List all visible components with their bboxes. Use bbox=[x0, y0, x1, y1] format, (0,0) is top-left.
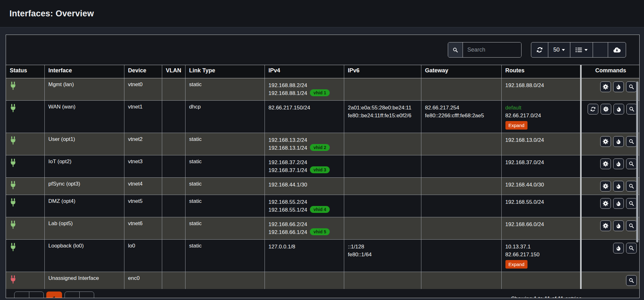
settings-icon bbox=[603, 161, 608, 167]
search-icon bbox=[453, 47, 458, 53]
expand-routes-button[interactable]: Expand bbox=[505, 260, 528, 269]
settings-icon bbox=[603, 139, 608, 144]
chevron-down-icon bbox=[562, 49, 565, 51]
device-cell: vtnet5 bbox=[124, 195, 162, 217]
status-cell bbox=[6, 100, 44, 133]
showing-entries-text: Showing 1 to 11 of 11 entries bbox=[511, 296, 582, 298]
firewall-icon bbox=[616, 201, 621, 206]
firewall-icon bbox=[616, 183, 621, 189]
search-button[interactable] bbox=[626, 220, 637, 231]
gateway-cell bbox=[421, 272, 501, 289]
column-header-routes[interactable]: Routes bbox=[501, 65, 581, 78]
pagination-last-button[interactable]: » bbox=[79, 292, 94, 298]
search-button[interactable] bbox=[626, 158, 637, 169]
column-header-interface[interactable]: Interface bbox=[44, 65, 124, 78]
gateway-cell: 82.66.217.254fe80::2266:cfff:fe68:2ae5 bbox=[421, 100, 501, 133]
status-cell bbox=[6, 195, 44, 217]
settings-button[interactable] bbox=[600, 158, 611, 169]
ipv6-cell bbox=[344, 155, 421, 177]
link-type-cell: static bbox=[185, 133, 265, 155]
status-cell bbox=[6, 78, 44, 100]
routes-cell: 10.13.37.182.66.217.150Expand bbox=[501, 239, 581, 272]
ipv4-cell: 192.168.55.2/24192.168.55.1/24vhid 4 bbox=[265, 195, 344, 217]
firewall-button[interactable] bbox=[613, 220, 624, 231]
commands-cell bbox=[581, 133, 640, 155]
firewall-button[interactable] bbox=[613, 181, 624, 192]
table-row: pfSync (opt3) vtnet4 static 192.168.44.1… bbox=[6, 177, 640, 195]
toolbar-button-group: 50 bbox=[531, 42, 626, 58]
settings-button[interactable] bbox=[600, 136, 611, 147]
status-cell bbox=[6, 155, 44, 177]
settings-button[interactable] bbox=[601, 104, 611, 114]
ipv4-cell: 192.168.66.2/24192.168.66.1/24vhid 5 bbox=[265, 217, 344, 239]
vhid-badge: vhid 5 bbox=[310, 228, 329, 235]
refresh-button[interactable] bbox=[531, 42, 548, 57]
search-button[interactable] bbox=[626, 136, 637, 147]
settings-button[interactable] bbox=[600, 198, 611, 209]
interface-cell: WAN (wan) bbox=[44, 100, 124, 133]
search-icon bbox=[629, 139, 634, 144]
table-toolbar: 50 bbox=[6, 35, 639, 65]
table-scrollbar-thumb[interactable] bbox=[636, 81, 638, 242]
ipv6-cell bbox=[344, 78, 421, 100]
search-button[interactable] bbox=[626, 81, 637, 92]
export-button[interactable] bbox=[608, 42, 626, 57]
settings-button[interactable] bbox=[600, 181, 611, 192]
vhid-badge: vhid 1 bbox=[310, 89, 329, 96]
pagination-first-button[interactable]: « bbox=[14, 292, 29, 298]
pagination: « ‹ 1 › » bbox=[14, 292, 94, 298]
interface-cell: Mgmt (lan) bbox=[44, 78, 124, 100]
toggle-view-button[interactable] bbox=[593, 42, 608, 57]
interfaces-table-wrap: Status Interface Device VLAN Link Type I… bbox=[6, 65, 639, 289]
gateway-cell bbox=[421, 133, 501, 155]
column-header-device[interactable]: Device bbox=[124, 65, 162, 78]
routes-cell: 192.168.66.0/24 bbox=[501, 217, 581, 239]
search-button[interactable] bbox=[626, 198, 637, 209]
column-header-link-type[interactable]: Link Type bbox=[185, 65, 265, 78]
status-cell bbox=[6, 217, 44, 239]
reload-icon bbox=[590, 106, 596, 112]
table-row: Unassigned Interface enc0 bbox=[6, 272, 640, 289]
page-title: Interfaces: Overview bbox=[9, 9, 94, 19]
search-icon bbox=[629, 245, 634, 251]
settings-button[interactable] bbox=[600, 81, 611, 92]
firewall-button[interactable] bbox=[613, 243, 624, 253]
vhid-badge: vhid 4 bbox=[310, 206, 329, 213]
device-cell: vtnet3 bbox=[124, 155, 162, 177]
column-header-gateway[interactable]: Gateway bbox=[421, 65, 501, 78]
search-button[interactable] bbox=[626, 181, 637, 192]
table-row: DMZ (opt4) vtnet5 static 192.168.55.2/24… bbox=[6, 195, 640, 217]
settings-icon bbox=[603, 106, 609, 112]
device-cell: lo0 bbox=[124, 239, 162, 272]
firewall-button[interactable] bbox=[613, 198, 624, 209]
firewall-button[interactable] bbox=[613, 158, 624, 169]
pagination-page-1-button[interactable]: 1 bbox=[46, 292, 62, 298]
firewall-icon bbox=[616, 139, 621, 144]
pagination-group-next: › » bbox=[65, 292, 94, 298]
search-group bbox=[448, 42, 521, 58]
settings-button[interactable] bbox=[600, 220, 611, 231]
page-size-dropdown[interactable]: 50 bbox=[548, 42, 570, 57]
gateway-cell bbox=[421, 78, 501, 100]
reload-button[interactable] bbox=[588, 104, 598, 114]
search-button[interactable] bbox=[626, 104, 637, 114]
search-button[interactable] bbox=[626, 275, 637, 286]
pagination-next-button[interactable]: › bbox=[65, 292, 79, 298]
commands-cell bbox=[581, 78, 640, 100]
pagination-prev-button[interactable]: ‹ bbox=[29, 292, 43, 298]
firewall-button[interactable] bbox=[613, 104, 624, 114]
column-header-vlan[interactable]: VLAN bbox=[162, 65, 185, 78]
column-header-status[interactable]: Status bbox=[6, 65, 44, 78]
chevron-down-icon bbox=[584, 49, 588, 51]
search-button[interactable] bbox=[626, 243, 637, 253]
column-header-ipv6[interactable]: IPv6 bbox=[344, 65, 421, 78]
search-input[interactable] bbox=[463, 42, 521, 57]
expand-routes-button[interactable]: Expand bbox=[505, 121, 528, 130]
columns-dropdown[interactable] bbox=[570, 42, 593, 57]
firewall-button[interactable] bbox=[613, 136, 624, 147]
gateway-cell bbox=[421, 195, 501, 217]
firewall-button[interactable] bbox=[613, 81, 624, 92]
status-up-icon bbox=[10, 181, 16, 190]
column-header-ipv4[interactable]: IPv4 bbox=[265, 65, 344, 78]
search-icon-button[interactable] bbox=[448, 42, 463, 57]
